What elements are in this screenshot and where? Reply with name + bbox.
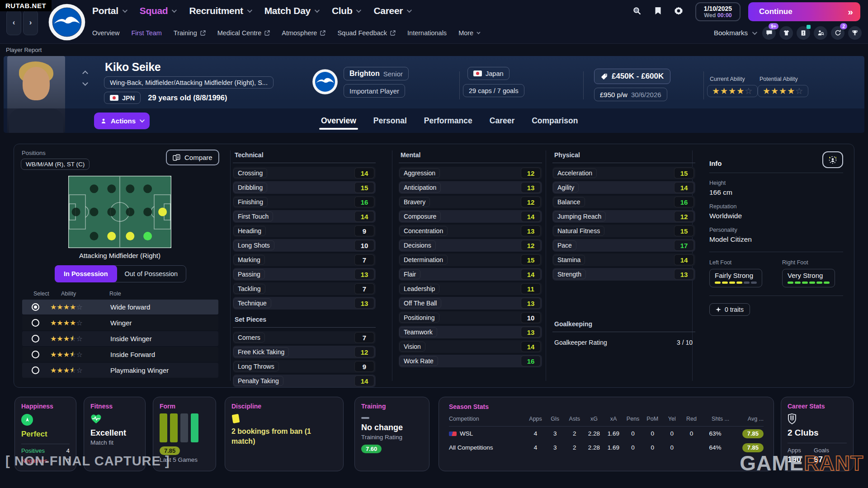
subnav-item-first-team[interactable]: First Team <box>131 29 161 37</box>
role-row-playmaking-winger[interactable]: ★★★★☆☆Playmaking Winger <box>22 363 218 378</box>
attribute-row-bravery: Bravery12 <box>399 196 542 208</box>
main-nav-recruitment[interactable]: Recruitment <box>189 5 250 16</box>
season-stat-cell: 0 <box>623 430 643 437</box>
quick-icon-bar: 9+2 <box>762 26 862 40</box>
search-icon[interactable] <box>632 6 642 16</box>
actions-button[interactable]: Actions <box>94 113 150 129</box>
season-col-xa: xA <box>604 416 623 422</box>
attribute-name: Agility <box>553 183 579 192</box>
attribute-row-long-shots: Long Shots10 <box>233 239 376 252</box>
chevron-up-icon[interactable] <box>82 70 88 76</box>
subnav-item-training[interactable]: Training <box>174 29 206 37</box>
nationality-pill[interactable]: JPN <box>104 92 141 104</box>
subnav-item-medical-centre[interactable]: Medical Centre <box>217 29 270 37</box>
info-label-height: Height <box>709 180 843 186</box>
history-forward-button[interactable]: › <box>23 10 38 35</box>
subnav-item-internationals[interactable]: Internationals <box>407 29 447 37</box>
sync-icon[interactable]: 2 <box>831 26 844 40</box>
wage-contract-pill[interactable]: £950 p/w30/6/2026 <box>594 88 667 101</box>
attribute-name: Strength <box>553 269 586 279</box>
attribute-value: 15 <box>354 182 374 193</box>
trophy-icon[interactable] <box>848 26 862 40</box>
compare-button[interactable]: Compare <box>166 150 219 165</box>
tab-performance[interactable]: Performance <box>424 108 472 133</box>
bookmark-icon[interactable] <box>653 6 663 16</box>
role-row-winger[interactable]: ★★★★☆Winger <box>22 315 218 330</box>
nation-pill[interactable]: Japan <box>467 67 509 80</box>
attribute-value: 7 <box>354 332 374 343</box>
attribute-row-penalty-taking: Penalty Taking14 <box>233 375 376 387</box>
subnav-item-squad-feedback[interactable]: Squad Feedback <box>337 29 396 37</box>
kit-icon[interactable] <box>779 26 793 40</box>
subnav-item-atmosphere[interactable]: Atmosphere <box>282 29 326 37</box>
left-foot-meter <box>715 282 757 284</box>
squad-status-pill[interactable]: Important Player <box>344 84 405 98</box>
main-nav-match-day[interactable]: Match Day <box>264 5 318 16</box>
traits-button[interactable]: 0 traits <box>709 303 750 316</box>
attribute-value: 15 <box>674 225 694 236</box>
caps-goals-pill[interactable]: 29 caps / 7 goals <box>463 84 524 97</box>
main-nav-career[interactable]: Career <box>373 5 410 16</box>
double-chevron-icon: » <box>848 6 852 17</box>
tab-personal[interactable]: Personal <box>373 108 407 133</box>
player-positions-summary[interactable]: Wing-Back, Midfielder/Attacking Midfield… <box>104 76 274 89</box>
role-radio[interactable] <box>32 303 39 311</box>
report-icon[interactable] <box>797 26 810 40</box>
possession-toggle: In Possession Out of Possession <box>55 265 186 282</box>
main-nav-portal[interactable]: Portal <box>92 5 126 16</box>
gear-icon[interactable] <box>674 6 684 16</box>
subnav-item-more[interactable]: More <box>458 29 479 37</box>
top-navigation-bar: ‹ › PortalSquadRecruitmentMatch DayClubC… <box>0 0 868 44</box>
game-date[interactable]: 1/10/2025 Wed 00:00 <box>695 2 741 21</box>
club-squad-pill[interactable]: BrightonSenior <box>344 67 409 80</box>
tab-career[interactable]: Career <box>490 108 514 133</box>
transfer-value-pill[interactable]: £450K - £600K <box>594 69 670 84</box>
season-stats-card: Season Stats CompetitionAppsGlsAstsxGxAP… <box>439 397 774 471</box>
role-row-inside-winger[interactable]: ★★★★☆☆Inside Winger <box>22 331 218 346</box>
history-back-button[interactable]: ‹ <box>6 10 21 35</box>
scouting-icon[interactable] <box>814 26 827 40</box>
fitness-sub: Match fit <box>90 439 139 446</box>
training-title: Training <box>361 403 423 410</box>
divider <box>709 296 843 296</box>
continue-button[interactable]: Continue » <box>748 2 860 21</box>
attribute-value: 14 <box>354 375 374 386</box>
attribute-row-strength: Strength13 <box>552 268 695 281</box>
subnav-item-overview[interactable]: Overview <box>92 29 119 37</box>
toggle-in-possession[interactable]: In Possession <box>55 265 117 282</box>
main-nav-squad[interactable]: Squad <box>140 5 176 16</box>
attribute-value: 14 <box>674 182 694 193</box>
role-radio[interactable] <box>32 366 39 374</box>
season-stats-title: Season Stats <box>449 403 764 410</box>
external-link-icon <box>200 30 206 36</box>
chevron-down-icon <box>356 8 361 13</box>
brighton-club-crest[interactable] <box>48 3 86 41</box>
chevron-down-icon <box>476 30 480 34</box>
messages-icon[interactable]: 9+ <box>762 26 776 40</box>
attribute-row-tackling: Tackling7 <box>233 282 376 295</box>
attribute-name: Leadership <box>399 284 439 294</box>
toggle-out-of-possession[interactable]: Out of Possession <box>117 266 186 282</box>
role-radio[interactable] <box>32 319 39 327</box>
attribute-name: Determination <box>399 255 448 265</box>
role-radio[interactable] <box>32 351 39 358</box>
season-col-pens: Pens <box>623 416 643 422</box>
attribute-analyser-icon-button[interactable] <box>822 151 843 168</box>
person-radar-icon <box>828 155 838 164</box>
tab-overview[interactable]: Overview <box>321 108 356 133</box>
tab-comparison[interactable]: Comparison <box>532 108 578 133</box>
role-row-wide-forward[interactable]: ★★★★☆Wide forward <box>22 300 218 314</box>
bookmarks-menu[interactable]: Bookmarks <box>714 29 756 37</box>
left-foot-label: Left Foot <box>709 259 762 266</box>
attribute-name: Work Rate <box>399 356 438 366</box>
attribute-name: Acceleration <box>553 168 597 178</box>
attribute-value: 14 <box>521 211 541 222</box>
attribute-value: 17 <box>674 240 694 251</box>
main-nav-club[interactable]: Club <box>332 5 360 16</box>
chevron-down-icon[interactable] <box>82 80 88 86</box>
role-row-inside-forward[interactable]: ★★★★☆☆Inside Forward <box>22 347 218 362</box>
brighton-club-crest-small[interactable] <box>312 69 338 95</box>
attribute-row-jumping-reach: Jumping Reach12 <box>552 210 695 223</box>
role-radio[interactable] <box>32 335 39 343</box>
attribute-name: Flair <box>399 269 420 279</box>
